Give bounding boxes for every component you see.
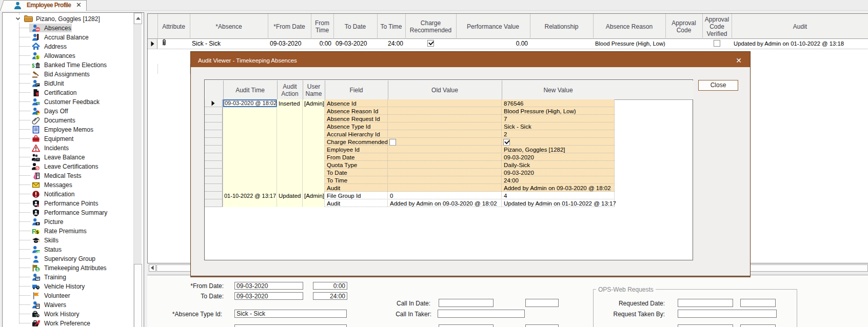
svg-text:$: $ (36, 229, 39, 235)
svg-text:$: $ (32, 63, 35, 69)
svg-text:$: $ (36, 267, 39, 272)
svg-text:$: $ (36, 54, 40, 60)
